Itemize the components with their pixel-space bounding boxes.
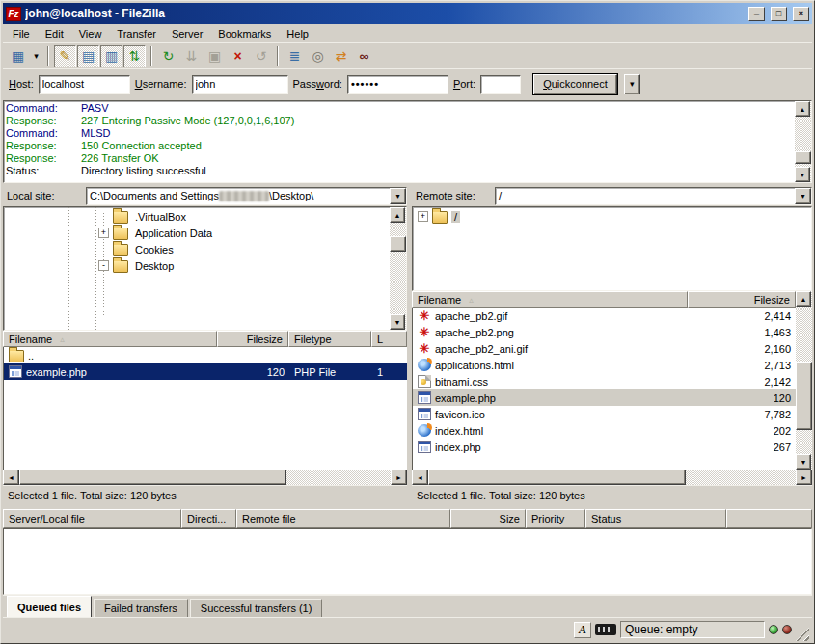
disconnect-button[interactable]: × [227,45,249,67]
sort-asc-icon: ▵ [60,335,65,344]
column-status[interactable]: Status [585,509,726,528]
scrollbar-thumb[interactable] [796,362,812,430]
scroll-left-icon[interactable]: ◄ [3,470,19,485]
scroll-down-icon[interactable]: ▼ [795,167,810,182]
list-item-example-php[interactable]: example.php 120 PHP File 1 [4,363,407,380]
column-priority[interactable]: Priority [526,509,585,528]
expand-plus-icon[interactable]: + [418,211,428,222]
scroll-up-icon[interactable]: ▲ [796,291,811,307]
local-path-combo[interactable]: C:\Documents and Settings\Desktop\ ▾ [86,187,407,205]
tab-successful-transfers[interactable]: Successful transfers (1) [190,599,323,617]
toggle-queue-button[interactable]: ⇅ [123,45,146,67]
local-horizontal-scrollbar[interactable]: ◄ ► [3,470,407,485]
collapse-minus-icon[interactable]: - [98,260,109,271]
tree-item-root[interactable]: + / [413,208,811,225]
log-scrollbar[interactable]: ▲ ▼ [795,101,811,182]
menu-bookmarks[interactable]: Bookmarks [210,26,279,41]
scroll-up-icon[interactable]: ▲ [390,207,405,223]
column-filetype[interactable]: Filetype [288,331,371,347]
cancel-button[interactable]: ▣ [204,45,226,67]
ascii-transfer-type-icon[interactable]: A [574,622,591,638]
list-item[interactable]: ✳apache_pb2.png 1,463 [413,324,796,340]
tree-item-application-data[interactable]: + Application Data [4,225,390,241]
column-direction[interactable]: Directi... [181,509,236,528]
local-tree-scrollbar[interactable]: ▲ ▼ [390,207,406,330]
refresh-button[interactable]: ↻ [157,45,179,67]
remote-path-dropdown[interactable]: ▾ [795,188,811,204]
message-log-body: Command:PASV Response:227 Entering Passi… [4,101,795,182]
password-input[interactable] [347,75,448,94]
scroll-right-icon[interactable]: ► [391,470,407,485]
tree-item-virtualbox[interactable]: .VirtualBox [4,208,390,225]
list-item-parent-dir[interactable]: .. [4,347,407,363]
scroll-down-icon[interactable]: ▼ [796,454,811,470]
filter-button[interactable]: ≣ [284,45,306,67]
host-input[interactable] [39,75,130,94]
column-filename[interactable]: Filename▵ [3,331,217,347]
tree-item-cookies[interactable]: Cookies [4,241,390,257]
local-path-dropdown[interactable]: ▾ [390,188,406,204]
quickconnect-dropdown[interactable]: ▾ [624,74,640,94]
list-item[interactable]: applications.html 2,713 [413,357,796,373]
magnifier-icon: ◎ [312,48,323,64]
tab-failed-transfers[interactable]: Failed transfers [94,599,188,617]
column-filename[interactable]: Filename▵ [412,291,688,308]
process-queue-button[interactable]: ⇊ [180,45,203,67]
scrollbar-thumb[interactable] [795,151,811,164]
list-item[interactable]: ✳apache_pb2_ani.gif 2,160 [413,340,796,357]
quickconnect-button[interactable]: Quickconnect [533,74,617,94]
queue-list[interactable] [3,528,812,595]
toggle-log-button[interactable]: ✎ [54,45,76,67]
scroll-up-icon[interactable]: ▲ [795,101,810,117]
scrollbar-thumb[interactable] [428,470,686,485]
username-input[interactable] [192,75,288,94]
port-input[interactable] [480,75,521,94]
column-filesize[interactable]: Filesize [688,291,796,308]
directory-comparison-button[interactable]: ◎ [307,45,329,67]
list-item-selected[interactable]: example.php 120 [413,389,796,406]
scroll-left-icon[interactable]: ◄ [412,470,428,485]
remote-path-combo[interactable]: / ▾ [495,187,812,205]
menu-file[interactable]: File [5,26,38,41]
scrollbar-thumb[interactable] [19,470,286,485]
resize-grip[interactable] [796,628,809,641]
minimize-button[interactable]: _ [748,7,765,21]
remote-horizontal-scrollbar[interactable]: ◄ ► [412,470,812,485]
column-server-local-file[interactable]: Server/Local file [3,509,181,528]
status-indicator-icon[interactable] [595,624,616,635]
remote-list-scrollbar[interactable]: ▲ ▼ [796,291,812,470]
tree-item-desktop[interactable]: - Desktop [4,257,390,274]
menu-view[interactable]: View [71,26,110,41]
column-remote-file[interactable]: Remote file [236,509,450,528]
site-manager-button[interactable]: ▦ [7,45,29,67]
menu-server[interactable]: Server [164,26,210,41]
column-filesize[interactable]: Filesize [217,331,288,347]
column-size[interactable]: Size [450,509,526,528]
close-button[interactable]: × [793,7,809,21]
site-manager-dropdown[interactable]: ▾ [30,45,42,67]
tab-queued-files[interactable]: Queued files [7,596,92,617]
list-item[interactable]: index.html 202 [413,422,796,439]
password-label: Password: [293,78,342,90]
reconnect-button[interactable]: ↺ [250,45,272,67]
toggle-remote-tree-button[interactable]: ▥ [100,45,122,67]
list-item[interactable]: ✳apache_pb2.gif 2,414 [413,308,796,324]
titlebar[interactable]: Fz john@localhost - FileZilla _ □ × [3,3,812,24]
synchronized-browsing-button[interactable]: ⇄ [330,45,352,67]
log-line: Response:150 Connection accepted [6,140,793,152]
scroll-down-icon[interactable]: ▼ [390,314,405,330]
menu-transfer[interactable]: Transfer [109,26,164,41]
toggle-local-tree-button[interactable]: ▤ [77,45,99,67]
find-files-button[interactable]: ∞ [353,45,375,67]
list-item[interactable]: bitnami.css 2,142 [413,373,796,389]
list-item[interactable]: favicon.ico 7,782 [413,406,796,422]
maximize-button[interactable]: □ [771,7,787,21]
menu-edit[interactable]: Edit [38,26,71,41]
column-last-modified[interactable]: L [371,331,407,347]
scroll-right-icon[interactable]: ► [796,470,812,485]
menu-help[interactable]: Help [279,26,316,41]
scrollbar-thumb[interactable] [390,236,406,252]
expand-plus-icon[interactable]: + [98,228,109,238]
list-item[interactable]: index.php 267 [413,439,796,455]
folder-icon [113,228,128,240]
